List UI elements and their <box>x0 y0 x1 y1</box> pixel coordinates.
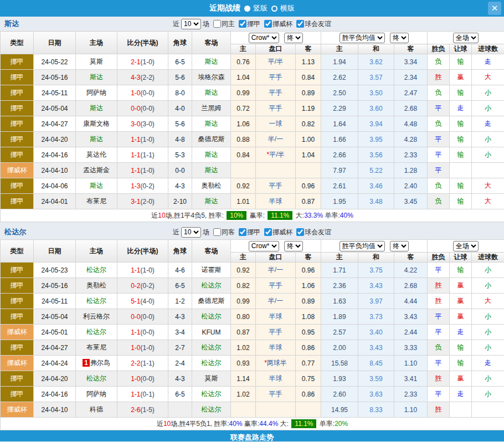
result-handicap-cell: 输 <box>450 194 472 209</box>
same-venue-checkbox[interactable] <box>213 228 221 236</box>
eu-away-odds-cell: 4.22 <box>394 263 428 278</box>
result-handicap-cell: 走 <box>450 325 472 340</box>
eu-away-odds-cell: 2.44 <box>394 325 428 340</box>
score-cell: 1-3(0-2) <box>117 178 168 194</box>
same-venue-option[interactable]: 同主 <box>209 19 235 29</box>
ah-home-odds-cell: 0.82 <box>231 278 256 294</box>
cup-option[interactable]: 挪威杯 <box>260 19 292 29</box>
corners-cell: 2-4 <box>168 356 192 371</box>
cup-checkbox[interactable] <box>264 228 272 236</box>
eu-away-odds-cell: 2.68 <box>394 278 428 294</box>
match-type-cell: 挪甲 <box>1 147 34 163</box>
europe-final-select[interactable]: 终 <box>390 241 409 251</box>
cup-option[interactable]: 挪威杯 <box>260 228 292 237</box>
bookmaker-select[interactable]: Crow* <box>249 33 279 43</box>
vertical-radio-label[interactable]: 竖版 <box>253 3 268 13</box>
ah-away-odds-cell: 1.00 <box>296 132 321 147</box>
match-type-cell: 挪甲 <box>1 294 34 309</box>
friendly-checkbox[interactable] <box>296 20 304 28</box>
ah-away-odds-cell: 1.13 <box>296 54 321 70</box>
result-goals-cell: 大 <box>472 294 504 309</box>
vertical-radio[interactable] <box>244 6 250 12</box>
games-count-select[interactable]: 10 <box>181 227 201 238</box>
col-ah-away: 客 <box>296 44 321 54</box>
horizontal-radio[interactable] <box>271 6 277 12</box>
same-venue-option[interactable]: 同客 <box>209 228 235 237</box>
home-team-cell: 康斯文格 <box>76 116 117 132</box>
league-label: 挪甲 <box>247 228 260 237</box>
col-away: 客场 <box>192 32 231 54</box>
away-team-cell: 奥勒松 <box>192 178 231 194</box>
same-venue-checkbox[interactable] <box>213 20 221 28</box>
horizontal-radio-label[interactable]: 横版 <box>280 3 295 13</box>
home-team-cell: 科德 <box>76 402 117 418</box>
ah-line-cell: 平手 <box>256 325 296 340</box>
score-cell: 0-0(0-0) <box>117 101 168 116</box>
close-button[interactable]: ✕ <box>488 2 501 15</box>
scope-select[interactable]: 全场 <box>453 33 479 43</box>
summary-segment: 近 <box>151 212 158 219</box>
away-team-cell: 松达尔 <box>192 387 231 402</box>
bookmaker-select[interactable]: Crow* <box>249 241 279 251</box>
league-checkbox[interactable] <box>239 20 246 28</box>
corners-cell: 4-6 <box>168 263 192 278</box>
avg-odds-select[interactable]: 胜平负均值 <box>340 241 385 251</box>
col-home: 主场 <box>76 240 117 263</box>
scope-select[interactable]: 全场 <box>453 241 479 251</box>
asian-final-select[interactable]: 终 <box>284 33 303 43</box>
result-winloss-cell: 负 <box>428 116 450 132</box>
table-row: 挪甲24-04-01布莱尼3-1(2-0)2-10斯达1.01半球0.871.9… <box>1 194 504 209</box>
table-row: 挪威杯24-04-10科德2-6(1-5)松达尔14.958.331.10胜 <box>1 402 504 418</box>
result-handicap-cell: 赢 <box>450 294 472 309</box>
col-winloss: 胜负 <box>428 44 450 54</box>
match-type-cell: 挪甲 <box>1 194 34 209</box>
eu-home-odds-cell: 1.63 <box>321 294 358 309</box>
eu-away-odds-cell: 2.33 <box>394 387 428 402</box>
ah-away-odds-cell <box>296 163 321 178</box>
eu-away-odds-cell: 4.28 <box>394 132 428 147</box>
ah-home-odds-cell: 0.84 <box>231 147 256 163</box>
eu-away-odds-cell: 2.47 <box>394 85 428 101</box>
friendly-option[interactable]: 球会友谊 <box>292 228 331 237</box>
europe-final-select[interactable]: 终 <box>390 33 409 43</box>
corners-cell: 4-3 <box>168 371 192 387</box>
cup-checkbox[interactable] <box>264 20 272 28</box>
col-eu-away: 客 <box>394 44 428 54</box>
table-row: 挪威杯24-04-10孟达斯金1-1(1-0)0-0斯达7.975.221.28… <box>1 163 504 178</box>
footer-bar[interactable]: 联赛盘路走势 <box>0 430 504 441</box>
result-goals-cell: 小 <box>472 387 504 402</box>
result-winloss-cell: 负 <box>428 85 450 101</box>
eu-draw-odds-cell: 3.94 <box>358 116 394 132</box>
league-option[interactable]: 挪甲 <box>235 228 260 237</box>
match-date-cell: 24-04-16 <box>34 147 76 163</box>
ah-line-cell: *两球半 <box>256 356 296 371</box>
games-count-select[interactable]: 10 <box>181 19 201 29</box>
match-type-cell: 挪威杯 <box>1 356 34 371</box>
friendly-option[interactable]: 球会友谊 <box>292 19 331 29</box>
result-winloss-cell: 负 <box>428 178 450 194</box>
table-row: 挪甲24-05-04利云格尔0-0(0-0)4-3松达尔0.80半球1.081.… <box>1 309 504 325</box>
ah-home-odds-cell <box>231 402 256 418</box>
asian-final-select[interactable]: 终 <box>284 241 303 251</box>
league-checkbox[interactable] <box>239 228 246 236</box>
eu-draw-odds-cell: 3.48 <box>358 194 394 209</box>
result-winloss-cell: 平 <box>428 263 450 278</box>
table-row: 挪甲24-04-27布莱尼1-0(1-0)2-7松达尔1.02半球0.862.0… <box>1 340 504 356</box>
match-type-cell: 挪威杯 <box>1 163 34 178</box>
match-type-cell: 挪甲 <box>1 387 34 402</box>
away-team-cell: 诺霍斯 <box>192 263 231 278</box>
result-winloss-cell: 负 <box>428 340 450 356</box>
table-row: 挪威杯24-05-01松达尔1-1(0-0)3-4KFUM0.87平手0.952… <box>1 325 504 340</box>
away-team-cell: 斯达 <box>192 194 231 209</box>
eu-home-odds-cell: 2.00 <box>321 340 358 356</box>
result-goals-cell: 走 <box>472 116 504 132</box>
corners-cell: 4-0 <box>168 101 192 116</box>
league-option[interactable]: 挪甲 <box>235 19 260 29</box>
ah-line-cell: 半球 <box>256 309 296 325</box>
league-label: 挪甲 <box>247 19 260 29</box>
friendly-checkbox[interactable] <box>296 228 304 236</box>
avg-odds-select[interactable]: 胜平负均值 <box>340 33 385 43</box>
result-handicap-cell <box>450 402 472 418</box>
ah-home-odds-cell: 0.87 <box>231 325 256 340</box>
score-cell: 1-1(1-0) <box>117 163 168 178</box>
